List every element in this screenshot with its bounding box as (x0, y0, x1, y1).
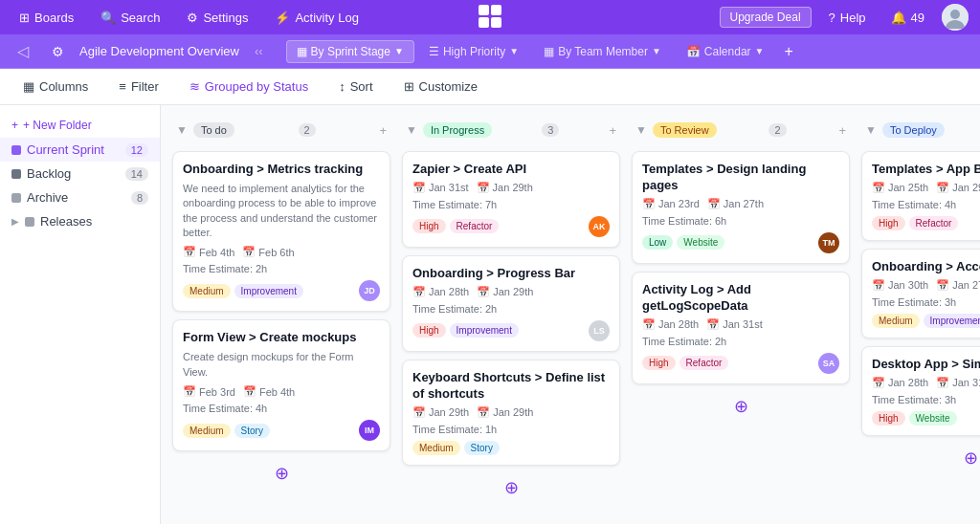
date-item: 📅Jan 23rd (642, 198, 700, 210)
add-view-btn[interactable]: + (778, 41, 798, 62)
sidebar-item-releases[interactable]: ▶ Releases (0, 209, 160, 233)
backlog-label: Backlog (27, 166, 71, 181)
sidebar-item-archive[interactable]: Archive 8 (0, 186, 160, 209)
calendar-icon: 📅 (412, 406, 426, 419)
card-review-1[interactable]: Activity Log > Add getLogScopeData 📅Jan … (632, 272, 850, 384)
calendar-icon: 📅 (477, 182, 490, 194)
card-deploy-2[interactable]: Desktop App > Simple... 📅Jan 28th📅Jan 31… (861, 346, 980, 436)
upgrade-button[interactable]: Upgrade Deal (720, 7, 812, 28)
calendar-icon: 📅 (936, 377, 949, 389)
card-tags: LowWebsite (642, 235, 724, 250)
main-layout: + + New Folder Current Sprint 12 Backlog… (0, 105, 980, 524)
card-inprogress-2[interactable]: Keyboard Shortcuts > Define list of shor… (402, 360, 620, 466)
current-sprint-dot (11, 145, 21, 155)
svg-rect-0 (479, 5, 489, 15)
card-deploy-0[interactable]: Templates > App Bacl... 📅Jan 25th📅Jan 29… (861, 151, 980, 241)
folder-plus-icon: + (11, 119, 18, 132)
settings-nav[interactable]: ⚙ Settings (179, 7, 256, 29)
new-folder-btn[interactable]: + + New Folder (0, 113, 160, 138)
column-status-deploy: To Deploy (882, 122, 945, 138)
card-avatar: SA (818, 353, 839, 374)
calendar-icon: 📅 (707, 198, 721, 210)
card-inprogress-0[interactable]: Zapier > Create API 📅Jan 31st📅Jan 29th T… (402, 151, 620, 248)
card-inprogress-1[interactable]: Onboarding > Progress Bar 📅Jan 28th📅Jan … (402, 255, 620, 352)
column-chevron-review[interactable]: ▼ (635, 123, 647, 137)
sprint-tab-label: By Sprint Stage (311, 45, 390, 58)
tag-high: High (642, 356, 676, 370)
sort-btn[interactable]: ↕ Sort (331, 76, 380, 98)
search-nav[interactable]: 🔍 Search (93, 7, 167, 29)
column-add-todo[interactable]: + (379, 123, 387, 138)
filter-btn[interactable]: ≡ Filter (111, 76, 166, 98)
sidebar-item-current-sprint[interactable]: Current Sprint 12 (0, 138, 160, 162)
add-card-btn-review[interactable]: ⊕ (632, 392, 850, 421)
card-dates: 📅Jan 23rd📅Jan 27th (642, 198, 839, 210)
add-card-btn-deploy[interactable]: ⊕ (861, 444, 980, 472)
calendar-icon: 📅 (642, 198, 656, 210)
date-item: 📅Jan 29th (477, 406, 533, 419)
customize-btn[interactable]: ⊞ Customize (396, 76, 485, 98)
priority-tab-icon: ☰ (429, 45, 439, 58)
tab-high-priority[interactable]: ☰ High Priority ▼ (418, 40, 529, 63)
column-chevron-inprogress[interactable]: ▼ (406, 123, 417, 137)
boards-nav[interactable]: ⊞ Boards (11, 7, 81, 29)
sort-icon: ↕ (339, 79, 345, 94)
column-add-inprogress[interactable]: + (609, 123, 616, 138)
column-add-review[interactable]: + (838, 123, 846, 138)
tag-refactor: Refactor (909, 216, 959, 230)
card-tags: HighWebsite (872, 411, 957, 426)
boards-label: Boards (34, 11, 74, 25)
column-status-todo: To do (193, 122, 234, 138)
calendar-icon: 📅 (936, 279, 949, 292)
settings-small[interactable]: ⚙ (44, 40, 72, 63)
sprint-tab-icon: ▦ (297, 45, 307, 58)
calendar-icon: 📅 (477, 286, 490, 298)
tab-calendar[interactable]: 📅 Calendar ▼ (676, 40, 775, 63)
filter-label: Filter (131, 79, 159, 94)
tag-refactor: Refactor (450, 219, 500, 233)
sidebar: + + New Folder Current Sprint 12 Backlog… (0, 105, 161, 524)
calendar-icon: 📅 (242, 246, 256, 258)
user-avatar[interactable] (942, 4, 969, 31)
nav-right: Upgrade Deal ? Help 🔔 49 (720, 4, 969, 31)
column-todo: ▼ To do 2 + Onboarding > Metrics trackin… (172, 117, 390, 513)
card-todo-0[interactable]: Onboarding > Metrics tracking We need to… (172, 151, 390, 312)
card-todo-1[interactable]: Form View > Create mockups Create design… (172, 319, 390, 451)
card-avatar: TM (818, 232, 839, 253)
card-footer: MediumImprovemen... (872, 314, 980, 328)
archive-dot (11, 193, 21, 203)
column-chevron-deploy[interactable]: ▼ (865, 123, 877, 137)
column-chevron-todo[interactable]: ▼ (176, 123, 188, 137)
sort-label: Sort (350, 79, 373, 94)
card-dates: 📅Jan 28th📅Jan 29th (412, 286, 610, 298)
help-icon: ? (829, 11, 835, 25)
card-review-0[interactable]: Templates > Design landing pages 📅Jan 23… (632, 151, 850, 264)
columns-btn[interactable]: ▦ Columns (15, 76, 96, 98)
activity-label: Activity Log (295, 11, 358, 25)
tag-high: High (412, 219, 446, 233)
tag-high: High (412, 323, 446, 338)
card-title: Onboarding > Metrics tracking (183, 162, 380, 178)
nav-chevron-left[interactable]: ‹‹ (247, 40, 271, 62)
help-nav[interactable]: ? Help (821, 7, 874, 29)
card-footer: LowWebsite TM (642, 232, 839, 253)
card-estimate: Time Estimate: 3h (872, 394, 980, 405)
tab-sprint-stage[interactable]: ▦ By Sprint Stage ▼ (286, 40, 414, 63)
card-deploy-1[interactable]: Onboarding > Accoun... 📅Jan 30th📅Jan 27t… (861, 249, 980, 338)
date-item: 📅Jan 31st (412, 182, 469, 194)
activity-icon: ⚡ (275, 11, 290, 25)
activity-log-nav[interactable]: ⚡ Activity Log (267, 7, 366, 29)
add-card-btn-todo[interactable]: ⊕ (172, 459, 390, 488)
notifications-nav[interactable]: 🔔 49 (883, 7, 932, 29)
calendar-tab-label: Calendar (704, 45, 751, 58)
calendar-icon: 📅 (872, 182, 885, 194)
app-logo (477, 3, 503, 33)
tab-team-member[interactable]: ▦ By Team Member ▼ (533, 40, 672, 63)
card-desc: Create design mockups for the Form View. (183, 350, 380, 380)
grouped-status-btn[interactable]: ≋ Grouped by Status (182, 76, 316, 98)
customize-icon: ⊞ (404, 79, 414, 94)
backlog-badge: 14 (125, 167, 148, 181)
back-btn[interactable]: ◁ (10, 38, 36, 64)
sidebar-item-backlog[interactable]: Backlog 14 (0, 162, 160, 186)
add-card-btn-inprogress[interactable]: ⊕ (402, 473, 620, 502)
